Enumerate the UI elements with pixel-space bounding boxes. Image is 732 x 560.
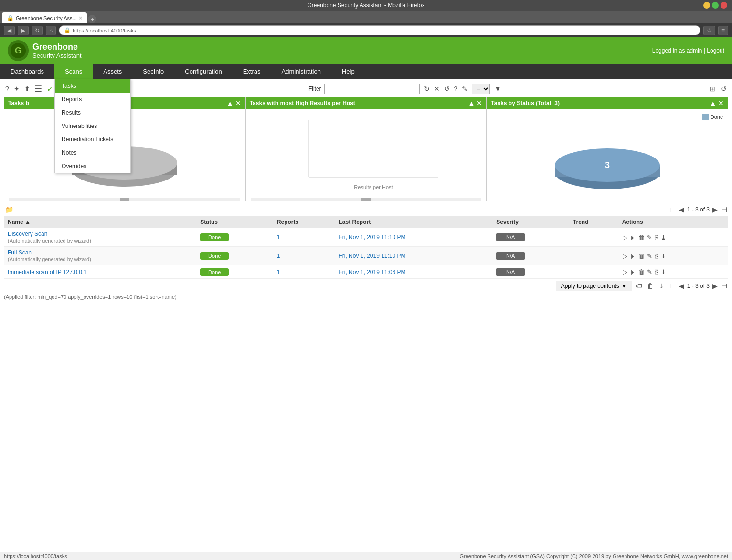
last-page-btn[interactable]: ⊣	[721, 206, 728, 213]
new-task-icon[interactable]: ⬆	[23, 84, 32, 94]
back-button[interactable]: ◀	[4, 26, 15, 35]
col-last-report[interactable]: Last Report	[335, 216, 492, 228]
nav-scans[interactable]: Scans Tasks Reports Results Vulnerabilit…	[54, 64, 93, 79]
action-clone-icon[interactable]: ⎘	[654, 233, 659, 242]
action-export-icon[interactable]: ⤓	[660, 233, 667, 242]
action-export-icon[interactable]: ⤓	[660, 268, 667, 276]
action-start-icon[interactable]: ▷	[622, 252, 628, 260]
nav-extras[interactable]: Extras	[233, 64, 271, 79]
url-bar[interactable]: 🔒 https://localhost:4000/tasks	[59, 25, 700, 35]
action-export-icon[interactable]: ⤓	[660, 252, 667, 260]
forward-button[interactable]: ▶	[18, 26, 29, 35]
close-window-btn[interactable]	[721, 2, 727, 9]
last-report-link[interactable]: Fri, Nov 1, 2019 11:06 PM	[339, 269, 405, 275]
chart-filter-icon-3[interactable]: ▲	[710, 99, 716, 107]
col-severity[interactable]: Severity	[492, 216, 569, 228]
home-button[interactable]: ⌂	[46, 26, 56, 35]
nav-dashboards[interactable]: Dashboards	[0, 64, 54, 79]
task-name-link[interactable]: Discovery Scan	[8, 231, 47, 237]
col-reports[interactable]: Reports	[273, 216, 335, 228]
col-trend[interactable]: Trend	[569, 216, 618, 228]
dropdown-tasks[interactable]: Tasks	[55, 79, 130, 93]
last-report-link[interactable]: Fri, Nov 1, 2019 11:10 PM	[339, 234, 405, 241]
new-tab-button[interactable]: +	[88, 15, 96, 23]
chart-filter-icon-2[interactable]: ▲	[468, 99, 475, 107]
nav-secinfo[interactable]: SecInfo	[132, 64, 174, 79]
filter-refresh-icon[interactable]: ↻	[423, 84, 431, 94]
filter-clear-icon[interactable]: ✕	[433, 84, 441, 94]
help-icon[interactable]: ?	[4, 84, 11, 94]
logout-link[interactable]: Logout	[707, 47, 724, 54]
prev-page-btn-bottom[interactable]: ◀	[678, 282, 685, 290]
chart-scrollbar-2[interactable]	[251, 198, 482, 201]
apply-export-icon[interactable]: ⤓	[657, 281, 666, 291]
action-start-icon[interactable]: ▷	[622, 233, 628, 242]
dropdown-reports[interactable]: Reports	[55, 93, 130, 106]
filter-dropdown-icon[interactable]: ▼	[493, 84, 502, 94]
action-delete-icon[interactable]: 🗑	[638, 233, 645, 242]
action-clone-icon[interactable]: ⎘	[654, 268, 659, 276]
chart-title-tasks-by: Tasks b	[8, 100, 29, 106]
action-resume-icon[interactable]: ⏵	[629, 268, 637, 276]
reports-link[interactable]: 1	[277, 253, 280, 259]
dashboard-add-icon[interactable]: ⊞	[708, 84, 717, 94]
action-start-icon[interactable]: ▷	[622, 268, 628, 276]
chart-filter-icon[interactable]: ▲	[227, 99, 233, 107]
nav-assets[interactable]: Assets	[93, 64, 132, 79]
nav-administration[interactable]: Administration	[271, 64, 331, 79]
filter-reset-icon[interactable]: ↺	[443, 84, 451, 94]
next-page-btn[interactable]: ▶	[711, 206, 719, 213]
apply-btn-label: Apply to page contents	[561, 283, 619, 289]
first-page-btn-bottom[interactable]: ⊢	[668, 282, 676, 290]
filter-edit-icon[interactable]: ✎	[460, 84, 469, 94]
apply-to-page-button[interactable]: Apply to page contents ▼	[556, 281, 632, 291]
dropdown-notes[interactable]: Notes	[55, 146, 130, 159]
filter-input[interactable]	[324, 84, 420, 94]
action-edit-icon[interactable]: ✎	[647, 252, 653, 260]
dropdown-vulnerabilities[interactable]: Vulnerabilities	[55, 119, 130, 133]
reload-button[interactable]: ↻	[32, 26, 43, 35]
maximize-btn[interactable]	[712, 2, 719, 9]
apply-tag-icon[interactable]: 🏷	[634, 281, 644, 291]
wizard-icon[interactable]: ✦	[12, 84, 21, 94]
chart-close-tasks-status[interactable]: ✕	[718, 99, 724, 107]
action-delete-icon[interactable]: 🗑	[638, 268, 645, 276]
action-edit-icon[interactable]: ✎	[647, 268, 653, 276]
bookmarks-button[interactable]: ☆	[703, 26, 715, 35]
nav-configuration[interactable]: Configuration	[174, 64, 232, 79]
first-page-btn[interactable]: ⊢	[668, 206, 676, 213]
dropdown-overrides[interactable]: Overrides	[55, 159, 130, 173]
filter-select[interactable]: --	[472, 84, 490, 94]
col-name[interactable]: Name ▲	[4, 216, 196, 228]
username-link[interactable]: admin	[687, 47, 702, 54]
tab-bar: 🔒 Greenbone Security Ass... × +	[0, 11, 732, 23]
nav-help[interactable]: Help	[331, 64, 365, 79]
filter-help-icon[interactable]: ?	[453, 84, 459, 94]
apply-delete-icon[interactable]: 🗑	[646, 281, 655, 291]
chart-close-tasks-high[interactable]: ✕	[477, 99, 482, 107]
task-name-link[interactable]: Immediate scan of IP 127.0.0.1	[8, 269, 87, 275]
action-delete-icon[interactable]: 🗑	[638, 252, 645, 260]
prev-page-btn[interactable]: ◀	[678, 206, 685, 213]
minimize-btn[interactable]	[703, 2, 710, 9]
action-edit-icon[interactable]: ✎	[647, 233, 653, 242]
menu-button[interactable]: ≡	[718, 26, 728, 35]
dropdown-remediation-tickets[interactable]: Remediation Tickets	[55, 133, 130, 146]
chart-close-tasks-by[interactable]: ✕	[235, 99, 241, 107]
action-clone-icon[interactable]: ⎘	[654, 252, 659, 260]
last-page-btn-bottom[interactable]: ⊣	[721, 282, 728, 290]
action-resume-icon[interactable]: ⏵	[629, 252, 637, 260]
reports-link[interactable]: 1	[277, 269, 280, 275]
dashboard-settings-icon[interactable]: ↺	[720, 84, 728, 94]
col-status[interactable]: Status	[196, 216, 273, 228]
last-report-link[interactable]: Fri, Nov 1, 2019 11:10 PM	[339, 253, 405, 259]
dropdown-results[interactable]: Results	[55, 106, 130, 119]
action-resume-icon[interactable]: ⏵	[629, 233, 637, 242]
task-name-link[interactable]: Full Scan	[8, 249, 32, 256]
new-folder-icon[interactable]: 📁	[4, 205, 15, 214]
reports-link[interactable]: 1	[277, 234, 280, 241]
tab-close-icon[interactable]: ×	[79, 14, 83, 21]
chart-scrollbar-1[interactable]	[9, 198, 240, 201]
next-page-btn-bottom[interactable]: ▶	[711, 282, 719, 290]
active-tab[interactable]: 🔒 Greenbone Security Ass... ×	[2, 12, 87, 23]
